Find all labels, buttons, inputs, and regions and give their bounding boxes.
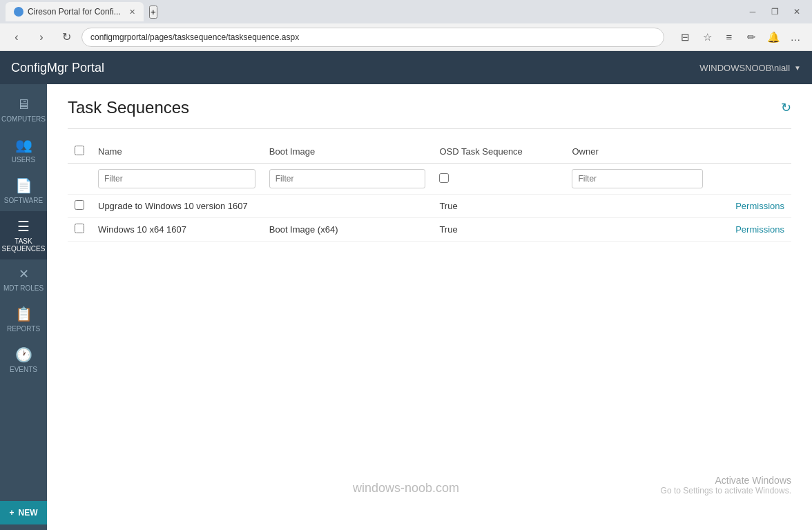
- watermark: windows-noob.com: [353, 481, 459, 495]
- sidebar-label-users: USERS: [12, 156, 35, 164]
- more-button[interactable]: …: [786, 28, 805, 47]
- sidebar-label-mdt-roles: MDT ROLES: [3, 284, 44, 292]
- sidebar-item-mdt-roles[interactable]: ✕ MDT ROLES: [0, 259, 47, 299]
- username: WINDOWSNOOB\niall: [699, 63, 790, 73]
- page-header: Task Sequences ↻: [68, 98, 791, 117]
- sidebar-item-software[interactable]: 📄 SOFTWARE: [0, 170, 47, 211]
- task-sequences-table: Name Boot Image OSD Task Sequence Owner: [68, 140, 791, 242]
- divider: [68, 128, 791, 129]
- reader-view-button[interactable]: ⊟: [675, 28, 695, 47]
- address-bar: ‹ › ↻ ⊟ ☆ ≡ ✏ 🔔 …: [0, 23, 812, 51]
- tab-title: Cireson Portal for Confi...: [28, 7, 121, 17]
- osd-filter-checkbox[interactable]: [439, 173, 449, 183]
- tab-favicon: [14, 7, 23, 17]
- page-title: Task Sequences: [68, 98, 189, 117]
- forward-button[interactable]: ›: [32, 28, 51, 47]
- sidebar-item-users[interactable]: 👥 USERS: [0, 130, 47, 170]
- filter-osd-cell: [432, 164, 565, 195]
- software-icon: 📄: [15, 177, 32, 194]
- sidebar: 🖥 COMPUTERS 👥 USERS 📄 SOFTWARE ☰ TASK SE…: [0, 84, 47, 530]
- col-header-actions: [710, 140, 791, 164]
- browser-chrome: Cireson Portal for Confi... ✕ + ─ ❐ ✕ ‹ …: [0, 0, 812, 51]
- app-header: ConfigMgr Portal WINDOWSNOOB\niall ▼: [0, 51, 812, 84]
- browser-tab[interactable]: Cireson Portal for Confi... ✕: [6, 2, 144, 21]
- table-header-row: Name Boot Image OSD Task Sequence Owner: [68, 140, 791, 164]
- close-button[interactable]: ✕: [787, 2, 806, 21]
- table-row: Windows 10 x64 1607 Boot Image (x64) Tru…: [68, 218, 791, 242]
- reports-icon: 📋: [15, 306, 32, 322]
- main-content: Task Sequences ↻ Name: [47, 84, 812, 530]
- new-tab-button[interactable]: +: [149, 6, 157, 19]
- table-row: Upgrade to Windows 10 version 1607 True …: [68, 195, 791, 218]
- edit-button[interactable]: ✏: [742, 28, 761, 47]
- boot-image-filter-input[interactable]: [269, 169, 426, 188]
- select-all-checkbox[interactable]: [75, 146, 84, 155]
- refresh-button[interactable]: ↻: [781, 100, 791, 115]
- app-container: ConfigMgr Portal WINDOWSNOOB\niall ▼ 🖥 C…: [0, 51, 812, 530]
- new-button[interactable]: + NEW: [0, 501, 47, 524]
- row1-osd: True: [432, 195, 565, 218]
- row2-owner: [565, 218, 709, 242]
- title-bar: Cireson Portal for Confi... ✕ + ─ ❐ ✕: [0, 0, 812, 23]
- bookmark-button[interactable]: ☆: [697, 28, 717, 47]
- row2-boot-image: Boot Image (x64): [262, 218, 433, 242]
- sidebar-label-task-sequences: TASK SEQUENCES: [2, 237, 46, 253]
- row1-owner: [565, 195, 709, 218]
- sidebar-label-reports: REPORTS: [7, 325, 40, 333]
- table-container: Name Boot Image OSD Task Sequence Owner: [68, 140, 791, 242]
- activate-windows: Activate Windows Go to Settings to activ…: [661, 475, 791, 495]
- row1-actions: Permissions: [710, 195, 791, 218]
- mdt-roles-icon: ✕: [19, 266, 29, 282]
- new-button-label: NEW: [19, 508, 38, 518]
- col-header-checkbox: [68, 140, 91, 164]
- row1-checkbox[interactable]: [75, 200, 84, 210]
- col-header-osd: OSD Task Sequence: [432, 140, 565, 164]
- row1-checkbox-cell: [68, 195, 91, 218]
- events-icon: 🕐: [15, 346, 32, 363]
- row2-permissions-link[interactable]: Permissions: [735, 224, 784, 235]
- menu-button[interactable]: ≡: [719, 28, 739, 47]
- restore-button[interactable]: ❐: [765, 2, 784, 21]
- row1-name: Upgrade to Windows 10 version 1607: [91, 195, 262, 218]
- sidebar-label-events: EVENTS: [10, 366, 37, 373]
- address-input[interactable]: [81, 28, 664, 47]
- name-filter-input[interactable]: [98, 169, 255, 188]
- table-filter-row: [68, 164, 791, 195]
- task-sequences-icon: ☰: [17, 218, 30, 235]
- filter-owner-cell: [565, 164, 709, 195]
- col-header-owner: Owner: [565, 140, 709, 164]
- computers-icon: 🖥: [17, 97, 30, 112]
- user-dropdown-arrow: ▼: [794, 64, 801, 72]
- reload-button[interactable]: ↻: [57, 28, 76, 47]
- sidebar-item-task-sequences[interactable]: ☰ TASK SEQUENCES: [0, 211, 47, 259]
- sidebar-item-reports[interactable]: 📋 REPORTS: [0, 299, 47, 340]
- filter-name-cell: [91, 164, 262, 195]
- row1-permissions-link[interactable]: Permissions: [735, 201, 784, 211]
- tab-close-button[interactable]: ✕: [129, 8, 135, 17]
- sidebar-item-events[interactable]: 🕐 EVENTS: [0, 340, 47, 380]
- sidebar-label-software: SOFTWARE: [4, 197, 43, 204]
- back-button[interactable]: ‹: [7, 28, 26, 47]
- row2-actions: Permissions: [710, 218, 791, 242]
- col-header-name: Name: [91, 140, 262, 164]
- row2-checkbox[interactable]: [75, 224, 84, 233]
- col-header-boot-image: Boot Image: [262, 140, 433, 164]
- table-body: Upgrade to Windows 10 version 1607 True …: [68, 195, 791, 242]
- row2-osd: True: [432, 218, 565, 242]
- user-info[interactable]: WINDOWSNOOB\niall ▼: [699, 63, 801, 73]
- minimize-button[interactable]: ─: [743, 2, 762, 21]
- app-title: ConfigMgr Portal: [11, 61, 104, 75]
- filter-checkbox-cell: [68, 164, 91, 195]
- new-button-plus: +: [9, 508, 14, 518]
- notifications-button[interactable]: 🔔: [764, 28, 783, 47]
- row2-checkbox-cell: [68, 218, 91, 242]
- sidebar-item-computers[interactable]: 🖥 COMPUTERS: [0, 90, 47, 130]
- filter-boot-cell: [262, 164, 433, 195]
- filter-actions-cell: [710, 164, 791, 195]
- owner-filter-input[interactable]: [572, 169, 702, 188]
- sidebar-label-computers: COMPUTERS: [1, 115, 46, 123]
- toolbar-icons: ⊟ ☆ ≡ ✏ 🔔 …: [675, 28, 805, 47]
- row2-name: Windows 10 x64 1607: [91, 218, 262, 242]
- app-body: 🖥 COMPUTERS 👥 USERS 📄 SOFTWARE ☰ TASK SE…: [0, 84, 812, 530]
- users-icon: 👥: [15, 137, 32, 153]
